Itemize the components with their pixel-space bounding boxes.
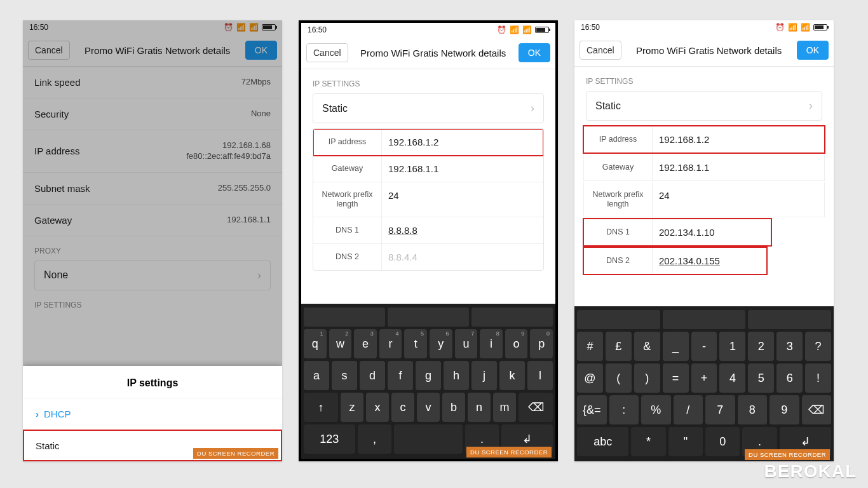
key-%[interactable]: % (641, 395, 671, 424)
key-v[interactable]: v (417, 393, 440, 422)
key-w[interactable]: w2 (329, 329, 352, 358)
key-c[interactable]: c (391, 393, 414, 422)
key-0[interactable]: 0 (705, 427, 740, 456)
key-?[interactable]: ? (805, 332, 831, 361)
key-/[interactable]: / (674, 395, 703, 424)
key-h[interactable]: h (444, 361, 469, 390)
key-&[interactable]: & (634, 332, 660, 361)
prefix-input[interactable]: 24 (653, 182, 824, 217)
key-m[interactable]: m (493, 393, 516, 422)
key-a[interactable]: a (304, 361, 329, 390)
dns1-input[interactable]: 8.8.8.8 (382, 217, 543, 243)
key-o[interactable]: o9 (505, 329, 528, 358)
key-d[interactable]: d (360, 361, 385, 390)
key-f[interactable]: f (388, 361, 413, 390)
numeric-toggle-key[interactable]: 123 (304, 424, 355, 454)
key-e[interactable]: e3 (354, 329, 377, 358)
key-4[interactable]: 4 (719, 363, 745, 393)
key-i[interactable]: i8 (480, 329, 503, 358)
key-([interactable]: ( (606, 363, 632, 393)
row-prefix[interactable]: Network prefix length 24 (583, 182, 825, 217)
row-dns1[interactable]: DNS 1 202.134.1.10 (583, 219, 771, 246)
star-key[interactable]: * (631, 427, 665, 456)
key-p[interactable]: p0 (530, 329, 553, 358)
cancel-button[interactable]: Cancel (306, 43, 348, 62)
dns2-input[interactable]: 202.134.0.155 (653, 248, 766, 274)
key-b[interactable]: b (442, 393, 465, 422)
key-r[interactable]: r4 (379, 329, 402, 358)
ip-input[interactable]: 192.168.1.2 (653, 126, 824, 152)
suggestion[interactable] (748, 310, 831, 329)
ipsettings-select[interactable]: Static › (586, 91, 822, 121)
key-z[interactable]: z (341, 393, 363, 422)
suggestion[interactable] (304, 308, 385, 327)
row-ipaddress[interactable]: IP address 192.168.1.2 (313, 129, 543, 156)
suggestion[interactable] (471, 308, 553, 327)
dns1-input[interactable]: 202.134.1.10 (653, 219, 771, 245)
key-=[interactable]: = (663, 363, 689, 393)
cancel-button[interactable]: Cancel (580, 41, 621, 60)
comma-key[interactable]: , (358, 424, 392, 454)
key-q[interactable]: q1 (304, 329, 327, 358)
row-ipaddress: IP address 192.168.1.68 fe80::2ec:aff:fe… (23, 130, 282, 173)
key-6[interactable]: 6 (776, 363, 803, 393)
suggestion[interactable] (388, 308, 469, 327)
key-9[interactable]: 9 (770, 395, 799, 424)
key-t[interactable]: t5 (404, 329, 427, 358)
key-1[interactable]: 1 (719, 332, 745, 361)
key--[interactable]: - (691, 332, 717, 361)
key-)[interactable]: ) (634, 363, 660, 393)
row-dns2[interactable]: DNS 2 202.134.0.155 (583, 247, 767, 274)
quote-key[interactable]: " (668, 427, 703, 456)
key-8[interactable]: 8 (738, 395, 768, 424)
key-g[interactable]: g (416, 361, 441, 390)
row-prefix[interactable]: Network prefix length 24 (313, 182, 543, 217)
ok-button[interactable]: OK (245, 41, 277, 60)
row-gateway[interactable]: Gateway 192.168.1.1 (583, 154, 825, 181)
row-gateway[interactable]: Gateway 192.168.1.1 (313, 156, 543, 182)
row-dns1[interactable]: DNS 1 8.8.8.8 (313, 217, 543, 244)
suggestion[interactable] (663, 310, 746, 329)
key-u[interactable]: u7 (455, 329, 478, 358)
key-:[interactable]: : (609, 395, 639, 424)
key-3[interactable]: 3 (776, 332, 803, 361)
key-5[interactable]: 5 (748, 363, 774, 393)
key-⌫[interactable]: ⌫ (802, 395, 832, 424)
alpha-toggle-key[interactable]: abc (577, 427, 628, 456)
key-#[interactable]: # (577, 332, 603, 361)
key-k[interactable]: k (499, 361, 525, 390)
gateway-input[interactable]: 192.168.1.1 (382, 156, 543, 182)
key-+[interactable]: + (691, 363, 717, 393)
space-key[interactable] (394, 424, 462, 454)
option-dhcp[interactable]: DHCP (23, 398, 282, 430)
key-s[interactable]: s (332, 361, 357, 390)
suggestion[interactable] (577, 310, 660, 329)
key-£[interactable]: £ (606, 332, 632, 361)
status-time: 16:50 (308, 25, 327, 34)
key-l[interactable]: l (527, 361, 553, 390)
key-j[interactable]: j (471, 361, 497, 390)
key-x[interactable]: x (366, 393, 389, 422)
key-![interactable]: ! (805, 363, 831, 393)
ok-button[interactable]: OK (797, 41, 829, 60)
prefix-input[interactable]: 24 (382, 182, 543, 217)
ok-button[interactable]: OK (519, 43, 550, 62)
row-ipaddress[interactable]: IP address 192.168.1.2 (583, 126, 825, 153)
status-time: 16:50 (29, 23, 48, 32)
shift-key[interactable]: ↑ (304, 393, 338, 422)
dns2-input[interactable]: 8.8.4.4 (382, 244, 543, 270)
cancel-button[interactable]: Cancel (28, 41, 70, 60)
key-{&=[interactable]: {&= (577, 395, 607, 424)
key-_[interactable]: _ (663, 332, 689, 361)
key-7[interactable]: 7 (705, 395, 735, 424)
gateway-input[interactable]: 192.168.1.1 (653, 154, 824, 180)
proxy-select[interactable]: None › (34, 261, 271, 290)
row-dns2[interactable]: DNS 2 8.8.4.4 (313, 244, 543, 270)
backspace-key[interactable]: ⌫ (519, 393, 553, 422)
key-y[interactable]: y6 (430, 329, 452, 358)
key-@[interactable]: @ (577, 363, 603, 393)
ipsettings-select[interactable]: Static › (313, 93, 544, 123)
key-2[interactable]: 2 (748, 332, 774, 361)
key-n[interactable]: n (468, 393, 491, 422)
ip-input[interactable]: 192.168.1.2 (382, 129, 543, 155)
